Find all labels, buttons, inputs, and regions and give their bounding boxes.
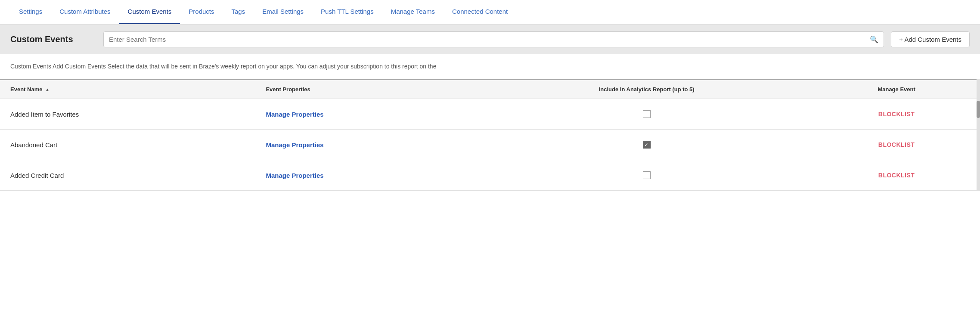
th-manage-event: Manage Event (813, 80, 980, 99)
manage-properties-link[interactable]: Manage Properties (266, 172, 323, 179)
manage-event-cell: BLOCKLIST (813, 130, 980, 160)
th-event-name: Event Name ▲ (0, 80, 255, 99)
table-row: Added Item to FavoritesManage Properties… (0, 99, 980, 130)
manage-properties-link[interactable]: Manage Properties (266, 111, 323, 118)
nav-item-email-settings[interactable]: Email Settings (254, 0, 312, 24)
analytics-checkbox[interactable] (643, 110, 651, 118)
sort-arrow-icon[interactable]: ▲ (45, 87, 50, 92)
nav-item-custom-events[interactable]: Custom Events (119, 0, 180, 24)
header-bar: Custom Events 🔍 + Add Custom Events (0, 25, 980, 54)
table-header: Event Name ▲ Event Properties Include in… (0, 80, 980, 99)
event-name-cell: Added Item to Favorites (0, 99, 255, 130)
analytics-checkbox[interactable] (643, 171, 651, 179)
nav-item-settings[interactable]: Settings (10, 0, 51, 24)
info-banner: Custom Events Add Custom Events Select t… (0, 54, 980, 79)
scrollbar-thumb[interactable] (977, 101, 980, 118)
add-custom-events-button[interactable]: + Add Custom Events (891, 31, 970, 47)
custom-events-table: Event Name ▲ Event Properties Include in… (0, 79, 980, 191)
manage-properties-link[interactable]: Manage Properties (266, 141, 323, 149)
nav-item-connected-content[interactable]: Connected Content (443, 0, 516, 24)
analytics-checkbox-cell (480, 160, 813, 191)
nav-item-tags[interactable]: Tags (223, 0, 254, 24)
th-analytics-report: Include in Analytics Report (up to 5) (480, 80, 813, 99)
nav-item-manage-teams[interactable]: Manage Teams (382, 0, 443, 24)
search-icon: 🔍 (870, 36, 878, 43)
event-properties-cell: Manage Properties (255, 99, 480, 130)
search-button[interactable]: 🔍 (870, 35, 878, 43)
event-properties-cell: Manage Properties (255, 160, 480, 191)
scrollbar-track (977, 79, 980, 191)
analytics-checkbox-cell (480, 130, 813, 160)
manage-event-cell: BLOCKLIST (813, 99, 980, 130)
page-title: Custom Events (10, 34, 96, 44)
nav-item-products[interactable]: Products (180, 0, 223, 24)
blocklist-button[interactable]: BLOCKLIST (823, 172, 970, 179)
blocklist-button[interactable]: BLOCKLIST (823, 141, 970, 148)
manage-event-cell: BLOCKLIST (813, 160, 980, 191)
analytics-checkbox[interactable] (643, 141, 651, 149)
table-body: Added Item to FavoritesManage Properties… (0, 99, 980, 191)
info-banner-text: Custom Events Add Custom Events Select t… (10, 63, 436, 70)
nav-item-push-ttl-settings[interactable]: Push TTL Settings (312, 0, 382, 24)
table-row: Added Credit CardManage PropertiesBLOCKL… (0, 160, 980, 191)
search-wrapper: 🔍 (103, 31, 884, 47)
event-properties-cell: Manage Properties (255, 130, 480, 160)
event-name-cell: Added Credit Card (0, 160, 255, 191)
table-container: Event Name ▲ Event Properties Include in… (0, 79, 980, 191)
blocklist-button[interactable]: BLOCKLIST (823, 111, 970, 118)
search-input[interactable] (109, 36, 866, 43)
table-row: Abandoned CartManage PropertiesBLOCKLIST (0, 130, 980, 160)
th-event-properties: Event Properties (255, 80, 480, 99)
analytics-checkbox-cell (480, 99, 813, 130)
event-name-cell: Abandoned Cart (0, 130, 255, 160)
nav-item-custom-attributes[interactable]: Custom Attributes (51, 0, 119, 24)
nav-bar: SettingsCustom AttributesCustom EventsPr… (0, 0, 980, 25)
